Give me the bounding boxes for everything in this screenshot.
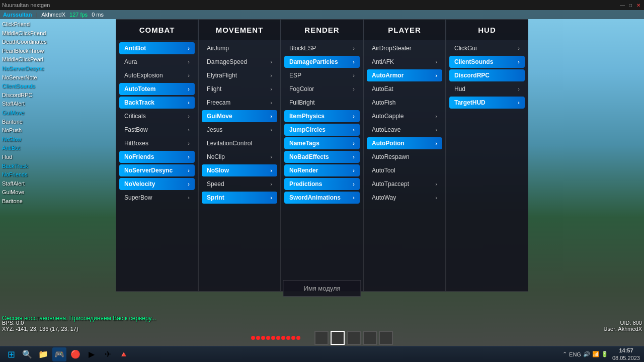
menu-item-itemphysics[interactable]: ItemPhysics›: [284, 110, 360, 122]
menu-label-autoeat: AutoEat: [372, 85, 393, 93]
tray-expand[interactable]: ⌃: [562, 351, 567, 357]
menu-label-freecam: Freecam: [207, 99, 230, 106]
menu-item-clientsounds[interactable]: ClientSounds›: [449, 56, 525, 68]
module-label-text: Имя модуля: [303, 285, 340, 292]
menu-label-novelocity: NoVelocity: [124, 180, 155, 188]
volume-icon[interactable]: 🔊: [583, 351, 590, 357]
menu-label-swordanimations: SwordAnimations: [289, 194, 341, 201]
menu-label-flight: Flight: [207, 85, 221, 93]
menu-item-elytraflight[interactable]: ElytraFlight›: [202, 69, 277, 81]
menu-label-clickgui: ClickGui: [454, 45, 477, 52]
menu-item-autotool[interactable]: AutoTool: [367, 164, 442, 176]
menu-label-itemphysics: ItemPhysics: [289, 113, 325, 120]
menu-item-airjump[interactable]: AirJump: [202, 42, 277, 54]
menu-item-antibot[interactable]: AntiBot›: [119, 42, 195, 54]
arrow-icon: ›: [188, 167, 190, 173]
arrow-icon: ›: [435, 72, 437, 78]
date-display: 08.05.2023: [612, 354, 640, 361]
menu-item-airdropstealer[interactable]: AirDropStealer: [367, 42, 442, 54]
menu-item-discordrpc[interactable]: DiscordRPC: [449, 69, 525, 81]
menu-item-jesus[interactable]: Jesus›: [202, 124, 277, 136]
menu-item-novelocity[interactable]: NoVelocity›: [119, 178, 195, 190]
minimize-button[interactable]: —: [619, 2, 626, 9]
menu-label-antibot: AntiBot: [124, 45, 146, 52]
menu-item-norender[interactable]: NoRender›: [284, 164, 360, 176]
menu-item-sprint[interactable]: Sprint›: [202, 192, 277, 204]
menu-item-autofish[interactable]: AutoFish: [367, 97, 442, 109]
menu-item-fastbow[interactable]: FastBow›: [119, 124, 195, 136]
arrow-icon: ›: [435, 59, 437, 65]
menu-label-hud: Hud: [454, 85, 465, 93]
menu-item-targethud[interactable]: TargetHUD›: [449, 97, 525, 109]
menu-item-nobadeffects[interactable]: NoBadEffects›: [284, 151, 360, 163]
menu-item-aura[interactable]: Aura›: [119, 56, 195, 68]
menu-item-jumpcircles[interactable]: JumpCircles›: [284, 124, 360, 136]
menu-item-freecam[interactable]: Freecam›: [202, 97, 277, 109]
menu-label-esp: ESP: [289, 72, 301, 79]
menu-item-antiafk[interactable]: AntiAFK›: [367, 56, 442, 68]
menu-item-clickgui[interactable]: ClickGui›: [449, 42, 525, 54]
battery-icon[interactable]: 🔋: [601, 351, 608, 357]
menu-item-autototem[interactable]: AutoTotem›: [119, 83, 195, 95]
arrow-icon: ›: [188, 113, 190, 119]
menu-item-superbow[interactable]: SuperBow›: [119, 192, 195, 204]
taskbar-app4[interactable]: 🔺: [117, 347, 131, 361]
menu-item-nofriends[interactable]: NoFriends›: [119, 151, 195, 163]
menu-item-autoleave[interactable]: AutoLeave›: [367, 124, 442, 136]
menu-item-blockesp[interactable]: BlockESP›: [284, 42, 360, 54]
menu-item-autotpaccept[interactable]: AutoTpaccept›: [367, 178, 442, 190]
menu-item-flight[interactable]: Flight›: [202, 83, 277, 95]
menu-item-nametags[interactable]: NameTags›: [284, 137, 360, 149]
category-combat: COMBATAntiBot›Aura›AutoExplosion›AutoTot…: [116, 19, 198, 292]
menu-item-autoarmor[interactable]: AutoArmor›: [367, 69, 442, 81]
sidebar-clickfriend: ClickFriend: [2, 20, 47, 29]
menu-item-autoway[interactable]: AutoWay›: [367, 192, 442, 204]
menu-item-autoexplosion[interactable]: AutoExplosion›: [119, 69, 195, 81]
menu-label-levitationcontrol: LevitationControl: [207, 140, 252, 147]
sidebar-noserver: NoServerDesync: [2, 64, 47, 73]
menu-item-levitationcontrol[interactable]: LevitationControl: [202, 137, 277, 149]
menu-label-fullbright: FullBright: [289, 99, 315, 106]
menu-item-damageparticles[interactable]: DamageParticles›: [284, 56, 360, 68]
close-button[interactable]: ✕: [635, 2, 642, 9]
taskbar-app3[interactable]: ✈: [101, 347, 115, 361]
menu-item-backtrack[interactable]: BackTrack›: [119, 97, 195, 109]
user-display: User: AkhmedX: [604, 326, 642, 332]
taskbar-files[interactable]: 📁: [36, 347, 50, 361]
menu-item-guimove[interactable]: GuiMove›: [202, 110, 277, 122]
menu-item-predictions[interactable]: Predictions›: [284, 178, 360, 190]
arrow-icon: ›: [188, 140, 190, 146]
menu-item-fullbright[interactable]: FullBright: [284, 97, 360, 109]
start-button[interactable]: ⊞: [4, 347, 18, 361]
menu-item-noslow[interactable]: NoSlow›: [202, 164, 277, 176]
menu-item-esp[interactable]: ESP›: [284, 69, 360, 81]
menu-item-fogcolor[interactable]: FogColor›: [284, 83, 360, 95]
network-icon[interactable]: 📶: [592, 351, 599, 357]
menu-item-hud[interactable]: Hud›: [449, 83, 525, 95]
menu-item-noclip[interactable]: NoClip›: [202, 151, 277, 163]
arrow-icon: ›: [353, 86, 355, 92]
taskbar-right: ⌃ ENG 🔊 📶 🔋 14:57 08.05.2023: [562, 347, 640, 361]
sidebar-nofriends: NoFriends: [2, 170, 47, 179]
hearts: [251, 336, 300, 340]
menu-item-damagespeed[interactable]: DamageSpeed›: [202, 56, 277, 68]
system-tray: ⌃ ENG 🔊 📶 🔋: [562, 351, 608, 357]
menu-item-autoeat[interactable]: AutoEat: [367, 83, 442, 95]
maximize-button[interactable]: □: [627, 2, 634, 9]
menu-item-swordanimations[interactable]: SwordAnimations›: [284, 192, 360, 204]
menu-item-hitboxes[interactable]: HitBoxes›: [119, 137, 195, 149]
menu-item-autogapple[interactable]: AutoGapple›: [367, 110, 442, 122]
menu-item-noserverdesync[interactable]: NoServerDesync›: [119, 164, 195, 176]
menu-item-autopotion[interactable]: AutoPotion›: [367, 137, 442, 149]
menu-label-autofish: AutoFish: [372, 99, 395, 106]
taskbar-app1[interactable]: 🔴: [68, 347, 83, 361]
menu-item-criticals[interactable]: Criticals›: [119, 110, 195, 122]
taskbar-game[interactable]: 🎮: [52, 347, 66, 361]
heart-3: [261, 336, 265, 340]
menu-item-autorespawn[interactable]: AutoRespawn: [367, 151, 442, 163]
arrow-icon: ›: [270, 100, 272, 106]
sidebar-baritone2: Baritone: [2, 197, 47, 206]
menu-item-speed[interactable]: Speed›: [202, 178, 277, 190]
taskbar-app2[interactable]: ▶: [85, 347, 99, 361]
taskbar-search[interactable]: 🔍: [20, 347, 34, 361]
